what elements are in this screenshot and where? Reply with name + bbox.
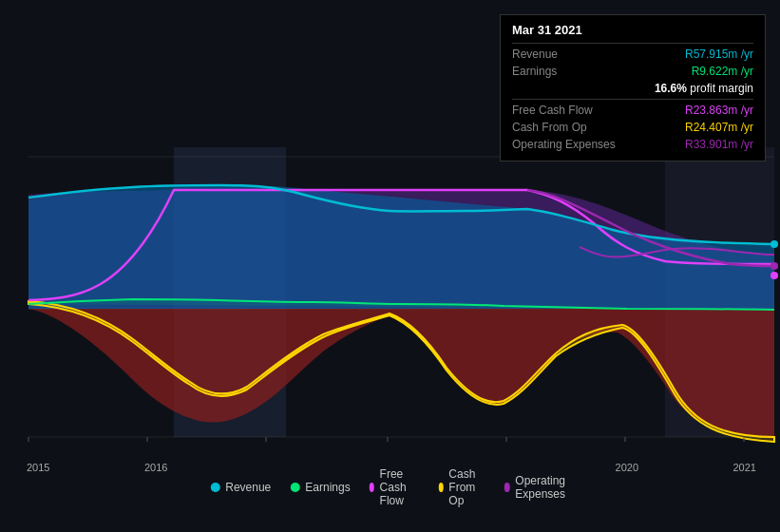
legend-item-revenue[interactable]: Revenue — [210, 481, 271, 494]
svg-point-7 — [770, 262, 778, 270]
tooltip-label-cashfromop: Cash From Op — [512, 121, 617, 134]
x-label-2016: 2016 — [144, 462, 167, 473]
x-label-2021: 2021 — [732, 462, 755, 473]
tooltip-row-earnings: Earnings R9.622m /yr — [512, 63, 753, 80]
legend-item-cashfromop[interactable]: Cash From Op — [438, 467, 485, 507]
x-label-2020: 2020 — [616, 462, 638, 473]
tooltip-row-fcf: Free Cash Flow R23.863m /yr — [512, 102, 753, 119]
legend-label-earnings: Earnings — [305, 481, 350, 494]
tooltip-value-fcf: R23.863m /yr — [685, 104, 753, 117]
legend-item-fcf[interactable]: Free Cash Flow — [370, 467, 420, 507]
legend-item-earnings[interactable]: Earnings — [290, 481, 350, 494]
legend-dot-fcf — [370, 483, 374, 492]
legend-item-opex[interactable]: Operating Expenses — [504, 474, 570, 501]
tooltip-row-cashfromop: Cash From Op R24.407m /yr — [512, 119, 753, 136]
legend-label-revenue: Revenue — [225, 481, 271, 494]
legend-label-fcf: Free Cash Flow — [380, 467, 420, 507]
tooltip-label-earnings: Earnings — [512, 65, 617, 78]
tooltip-row-revenue: Revenue R57.915m /yr — [512, 46, 753, 63]
tooltip-value-profit-margin: 16.6% profit margin — [655, 82, 753, 95]
chart-legend: Revenue Earnings Free Cash Flow Cash Fro… — [195, 460, 585, 515]
tooltip-row-profit-margin: 16.6% profit margin — [512, 80, 753, 97]
tooltip-value-revenue: R57.915m /yr — [685, 48, 753, 61]
tooltip-row-opex: Operating Expenses R33.901m /yr — [512, 136, 753, 153]
tooltip-value-opex: R33.901m /yr — [685, 138, 753, 151]
tooltip-value-cashfromop: R24.407m /yr — [685, 121, 753, 134]
legend-dot-cashfromop — [438, 483, 443, 492]
svg-point-8 — [770, 272, 778, 279]
tooltip-value-earnings: R9.622m /yr — [692, 65, 753, 78]
tooltip-label-revenue: Revenue — [512, 48, 617, 61]
legend-dot-earnings — [290, 483, 299, 492]
svg-point-6 — [770, 240, 778, 248]
legend-dot-opex — [504, 483, 509, 492]
x-label-2015: 2015 — [27, 462, 49, 473]
tooltip-label-fcf: Free Cash Flow — [512, 104, 617, 117]
legend-label-cashfromop: Cash From Op — [448, 467, 485, 507]
tooltip-box: Mar 31 2021 Revenue R57.915m /yr Earning… — [500, 14, 766, 162]
legend-label-opex: Operating Expenses — [515, 474, 569, 501]
tooltip-date: Mar 31 2021 — [512, 23, 753, 37]
legend-dot-revenue — [210, 483, 219, 492]
tooltip-label-opex: Operating Expenses — [512, 138, 617, 151]
chart-container: Mar 31 2021 Revenue R57.915m /yr Earning… — [0, 0, 780, 532]
